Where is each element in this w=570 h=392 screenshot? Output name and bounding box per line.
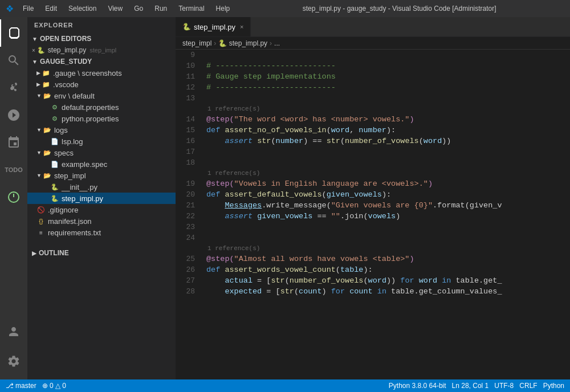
- breadcrumb-part-1[interactable]: step_impl: [182, 39, 211, 47]
- sidebar-item-lsp-log[interactable]: 📄 lsp.log: [27, 136, 176, 147]
- menu-help[interactable]: Help: [211, 3, 235, 14]
- open-editors-section[interactable]: ▼ OPEN EDITORS: [27, 33, 176, 44]
- activity-debug-icon[interactable]: [0, 101, 27, 129]
- activity-bar-bottom: [0, 318, 27, 379]
- item-label: lsp.log: [62, 137, 83, 146]
- activity-gauge-icon[interactable]: [0, 183, 27, 211]
- line-content: assert given_vowels == "".join(vowels): [204, 211, 570, 222]
- menu-go[interactable]: Go: [129, 3, 148, 14]
- sidebar-item-step-impl-folder[interactable]: ▼ 📂 step_impl: [27, 170, 176, 181]
- line-content: [204, 232, 570, 243]
- status-eol[interactable]: CRLF: [519, 382, 537, 390]
- line-content: def assert_default_vowels(given_vowels):: [204, 189, 570, 200]
- status-branch[interactable]: ⎇ master: [6, 382, 36, 390]
- open-editor-filename: step_impl.py: [48, 46, 86, 54]
- folder-open-icon: 📂: [43, 148, 52, 157]
- menu-run[interactable]: Run: [150, 3, 172, 14]
- breadcrumb-part-3[interactable]: ...: [274, 39, 280, 47]
- code-line-15: 15 def assert_no_of_vowels_in(word, numb…: [176, 125, 570, 136]
- sidebar-item-env[interactable]: ▼ 📂 env \ default: [27, 90, 176, 101]
- item-label: logs: [54, 126, 68, 134]
- line-content: Messages.write_message("Given vowels are…: [204, 200, 570, 211]
- activity-settings-icon[interactable]: [0, 348, 27, 375]
- item-label: specs: [54, 149, 74, 157]
- item-label: .gauge \ screenshots: [53, 69, 122, 77]
- python-file-icon: 🐍: [36, 46, 46, 55]
- cursor-pos-label: Ln 28, Col 1: [452, 382, 489, 390]
- status-encoding[interactable]: UTF-8: [494, 382, 514, 390]
- status-python-version[interactable]: Python 3.8.0 64-bit: [389, 382, 446, 390]
- open-editor-item[interactable]: × 🐍 step_impl.py step_impl: [27, 44, 176, 56]
- language-label: Python: [543, 382, 564, 390]
- sidebar-item-manifest-json[interactable]: {} manifest.json: [27, 215, 176, 227]
- activity-search-icon[interactable]: [0, 47, 27, 74]
- gauge-study-chevron: ▼: [32, 59, 38, 65]
- line-num: 23: [176, 222, 204, 232]
- status-language[interactable]: Python: [543, 382, 564, 390]
- sidebar-item-requirements-txt[interactable]: ≡ requirements.txt: [27, 227, 176, 238]
- close-file-icon[interactable]: ×: [32, 47, 35, 54]
- status-errors[interactable]: ⊕ 0 △ 0: [42, 382, 66, 390]
- breadcrumb-part-2[interactable]: 🐍 step_impl.py: [218, 39, 267, 47]
- sidebar-item-step-impl-py[interactable]: 🐍 step_impl.py: [27, 193, 176, 204]
- line-content: @step("Vowels in English language are <v…: [204, 178, 570, 189]
- code-line-27: 27 actual = [str(number_of_vowels(word))…: [176, 275, 570, 286]
- tab-python-icon: 🐍: [182, 23, 191, 31]
- code-editor[interactable]: 9 10 # -------------------------- 11 # G…: [176, 50, 570, 379]
- tab-step-impl-py[interactable]: 🐍 step_impl.py ×: [176, 17, 251, 36]
- log-file-icon: 📄: [50, 137, 59, 146]
- code-line-22: 22 assert given_vowels == "".join(vowels…: [176, 211, 570, 222]
- outline-section[interactable]: ▶ OUTLINE: [27, 247, 176, 259]
- line-content: @step("The word <word> has <number> vowe…: [204, 114, 570, 125]
- activity-extensions-icon[interactable]: [0, 129, 27, 156]
- activity-todo-icon[interactable]: TODO: [0, 156, 27, 183]
- spec-file-icon: 📄: [50, 160, 59, 169]
- activity-account-icon[interactable]: [0, 318, 27, 345]
- line-content: actual = [str(number_of_vowels(word)) fo…: [204, 275, 570, 286]
- folder-open-icon: 📂: [43, 171, 52, 180]
- menu-terminal[interactable]: Terminal: [174, 3, 209, 14]
- sidebar-item-gitignore[interactable]: 🚫 .gitignore: [27, 204, 176, 215]
- menu-selection[interactable]: Selection: [64, 3, 101, 14]
- sidebar-item-example-spec[interactable]: 📄 example.spec: [27, 158, 176, 170]
- python-icon: 🐍: [50, 182, 59, 191]
- line-content: expected = [str(count) for count in tabl…: [204, 286, 570, 297]
- activity-explorer-icon[interactable]: [0, 19, 27, 47]
- txt-icon: ≡: [36, 228, 46, 237]
- sidebar-title: EXPLORER: [27, 17, 176, 33]
- open-editor-path: step_impl: [89, 47, 116, 54]
- sidebar-item-specs[interactable]: ▼ 📂 specs: [27, 147, 176, 158]
- tab-close-button[interactable]: ×: [240, 23, 243, 30]
- sidebar-item-gauge-screenshots[interactable]: ▶ 📁 .gauge \ screenshots: [27, 67, 176, 79]
- line-content: def assert_words_vowel_count(table):: [204, 264, 570, 275]
- gitignore-icon: 🚫: [36, 205, 46, 214]
- menu-bar[interactable]: File Edit Selection View Go Run Terminal…: [18, 3, 234, 14]
- line-num: 28: [176, 286, 204, 297]
- line-num: 21: [176, 200, 204, 211]
- activity-scm-icon[interactable]: [0, 74, 27, 101]
- code-line-18: 18: [176, 157, 570, 168]
- line-num: 14: [176, 114, 204, 125]
- sidebar-item-logs[interactable]: ▼ 📂 logs: [27, 124, 176, 136]
- menu-edit[interactable]: Edit: [40, 3, 62, 14]
- line-num: 20: [176, 189, 204, 200]
- menu-view[interactable]: View: [103, 3, 127, 14]
- status-bar: ⎇ master ⊕ 0 △ 0 Python 3.8.0 64-bit Ln …: [0, 379, 570, 392]
- status-cursor[interactable]: Ln 28, Col 1: [452, 382, 489, 390]
- line-num: 11: [176, 71, 204, 82]
- menu-file[interactable]: File: [18, 3, 38, 14]
- code-line-25: 25 @step("Almost all words have vowels <…: [176, 254, 570, 264]
- sidebar-item-default-properties[interactable]: ⚙ default.properties: [27, 101, 176, 113]
- sidebar-item-init-py[interactable]: 🐍 __init__.py: [27, 181, 176, 193]
- code-line-9: 9: [176, 50, 570, 60]
- chevron-icon: ▼: [36, 127, 42, 133]
- gauge-study-section[interactable]: ▼ GAUGE_STUDY: [27, 56, 176, 67]
- line-content: @step("Almost all words have vowels <tab…: [204, 254, 570, 264]
- code-line-19: 19 @step("Vowels in English language are…: [176, 178, 570, 189]
- sidebar-item-python-properties[interactable]: ⚙ python.properties: [27, 113, 176, 124]
- line-content: [204, 146, 570, 157]
- open-editors-chevron: ▼: [32, 36, 38, 42]
- line-num: 26: [176, 264, 204, 275]
- sidebar-item-vscode[interactable]: ▶ 📁 .vscode: [27, 79, 176, 90]
- line-content: assert str(number) == str(number_of_vowe…: [204, 136, 570, 146]
